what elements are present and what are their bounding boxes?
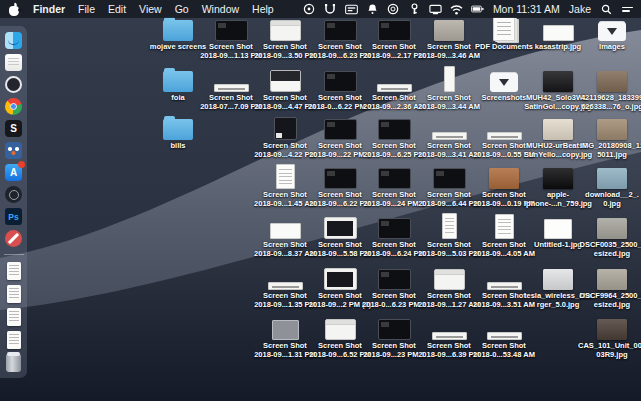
desktop-icon[interactable]: Screen Shot2018-0...53.48 AM — [470, 313, 538, 359]
file-label: IMG_20180908_125011.jpg — [578, 142, 641, 159]
file-thumbnail — [489, 168, 519, 189]
file-thumbnail — [597, 269, 627, 290]
file-thumbnail — [543, 71, 573, 92]
dock-textedit-icon[interactable] — [5, 54, 22, 71]
file-thumbnail — [378, 218, 411, 239]
file-thumbnail — [444, 66, 455, 92]
desktop-icon[interactable]: DSCF9964_2500_resized.jpg — [578, 263, 641, 309]
file-label: download__2_.0.jpg — [578, 191, 641, 208]
folder-icon — [163, 20, 193, 41]
folder-icon — [163, 119, 193, 140]
file-thumbnail — [324, 119, 357, 140]
notification-center-icon[interactable] — [622, 5, 633, 14]
file-thumbnail — [324, 168, 357, 189]
file-thumbnail — [270, 20, 301, 41]
file-thumbnail — [434, 269, 465, 290]
dock-finder-icon[interactable] — [5, 32, 22, 49]
dock-shutter-app-icon[interactable] — [5, 186, 22, 203]
notification-badge — [18, 161, 25, 168]
menu-edit[interactable]: Edit — [108, 3, 126, 15]
file-thumbnail — [543, 119, 573, 140]
dock-divider — [4, 254, 24, 255]
desktop-icon[interactable]: download__2_.0.jpg — [578, 162, 641, 208]
file-thumbnail — [215, 20, 248, 41]
dock-s-app-icon[interactable]: S — [5, 120, 22, 137]
menu-bar: Finder FileEditViewGoWindowHelp Mon 11:3… — [0, 0, 641, 18]
file-thumbnail — [543, 168, 573, 189]
file-label: bills — [144, 142, 212, 151]
bell-icon[interactable] — [366, 3, 379, 15]
file-thumbnail — [324, 217, 357, 239]
file-label: DSCF0035_2500_resized.jpg — [578, 241, 641, 258]
file-thumbnail — [378, 319, 411, 340]
file-thumbnail — [487, 132, 522, 140]
dock-app-store-icon[interactable]: A — [5, 164, 22, 181]
file-thumbnail — [597, 218, 627, 239]
menu-window[interactable]: Window — [202, 3, 239, 15]
menu-bar-user[interactable]: Jake — [569, 3, 591, 15]
dock-clock-app-icon[interactable] — [5, 76, 22, 93]
input-source-icon[interactable] — [345, 3, 358, 15]
file-thumbnail — [378, 20, 411, 41]
dock-chrome-icon[interactable] — [5, 98, 22, 115]
file-label: Screen Shot2018-0...53.48 AM — [470, 342, 538, 359]
file-thumbnail — [270, 223, 301, 239]
file-thumbnail — [432, 332, 467, 340]
menu-help[interactable]: Help — [252, 3, 274, 15]
file-thumbnail — [543, 25, 574, 41]
file-thumbnail — [270, 70, 301, 92]
file-thumbnail — [268, 282, 303, 290]
file-thumbnail — [598, 22, 626, 41]
menu-items: FileEditViewGoWindowHelp — [78, 3, 274, 15]
file-thumbnail — [378, 269, 411, 290]
menu-bar-clock[interactable]: Mon 11:31 AM — [493, 3, 560, 15]
dock-trash-icon[interactable] — [6, 354, 21, 372]
shutter-icon[interactable] — [387, 3, 400, 15]
file-thumbnail — [378, 119, 411, 140]
file-thumbnail — [543, 269, 573, 290]
active-app-name[interactable]: Finder — [33, 3, 65, 15]
dock-minimized-document[interactable] — [7, 308, 21, 326]
file-thumbnail — [493, 17, 515, 41]
file-thumbnail — [214, 84, 249, 92]
file-label: CAS_101_Unit_00603R9.jpg — [578, 342, 641, 359]
file-thumbnail — [433, 168, 466, 189]
dock-minimized-document[interactable] — [7, 262, 21, 280]
file-thumbnail — [378, 168, 411, 189]
dock-minimized-document[interactable] — [7, 331, 21, 349]
desktop-icon[interactable]: bills — [144, 113, 212, 151]
key-icon[interactable] — [408, 3, 421, 15]
controller-icon[interactable] — [324, 3, 337, 15]
menu-file[interactable]: File — [78, 3, 95, 15]
desktop-icon[interactable]: Images — [578, 14, 641, 52]
folder-icon — [163, 71, 193, 92]
file-thumbnail — [442, 213, 457, 239]
file-thumbnail — [325, 319, 356, 340]
circle-app-icon[interactable] — [303, 3, 316, 15]
file-thumbnail — [272, 320, 299, 340]
file-thumbnail — [490, 73, 518, 92]
display-icon[interactable] — [429, 3, 442, 15]
apple-menu-icon[interactable] — [9, 3, 20, 16]
file-thumbnail — [377, 84, 412, 92]
file-thumbnail — [324, 71, 357, 92]
dock-photoshop-icon[interactable]: Ps — [5, 208, 22, 225]
file-label: 42119628_183399626338...76_o.jpg — [578, 94, 641, 111]
desktop-icon[interactable]: DSCF0035_2500_resized.jpg — [578, 212, 641, 258]
dock-blocker-app-icon[interactable] — [5, 230, 22, 247]
file-thumbnail — [274, 117, 297, 140]
dock-bird-app-icon[interactable] — [5, 142, 22, 159]
wifi-icon[interactable] — [450, 3, 463, 15]
spotlight-search-icon[interactable] — [600, 3, 613, 15]
file-thumbnail — [487, 332, 522, 340]
menu-go[interactable]: Go — [175, 3, 189, 15]
dock-minimized-document[interactable] — [7, 285, 21, 303]
file-thumbnail — [597, 71, 627, 92]
battery-icon[interactable] — [471, 3, 484, 15]
file-thumbnail — [324, 20, 357, 41]
desktop-icon[interactable]: IMG_20180908_125011.jpg — [578, 113, 641, 159]
desktop-icon[interactable]: 42119628_183399626338...76_o.jpg — [578, 65, 641, 111]
file-label: DSCF9964_2500_resized.jpg — [578, 292, 641, 309]
menu-view[interactable]: View — [139, 3, 162, 15]
desktop-icon[interactable]: CAS_101_Unit_00603R9.jpg — [578, 313, 641, 359]
